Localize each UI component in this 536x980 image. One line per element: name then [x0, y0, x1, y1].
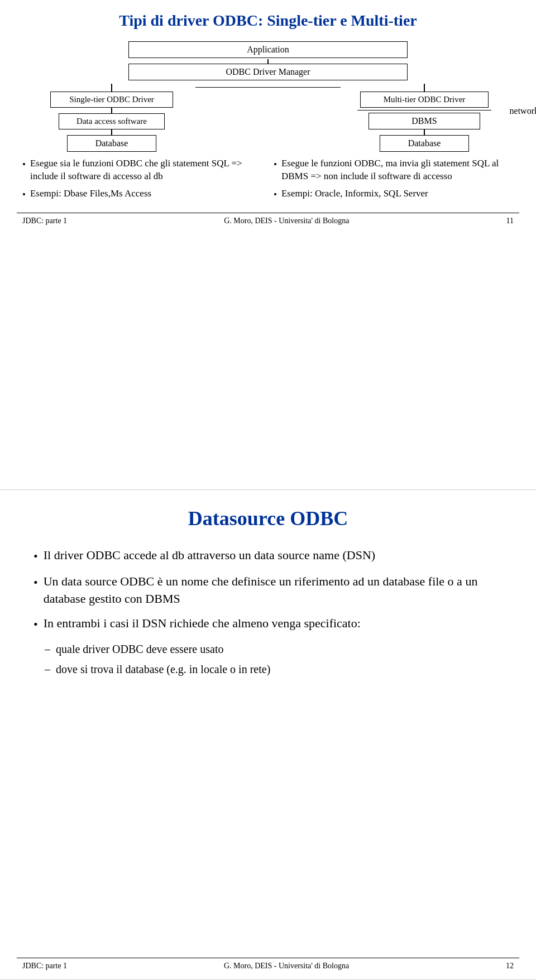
left-vert-line	[111, 84, 112, 92]
left-bullet-column: • Esegue sia le funzioni ODBC che gli st…	[22, 157, 262, 206]
footer-left-2: JDBC: parte 1	[22, 962, 67, 971]
multi-tier-box: Multi-tier ODBC Driver	[360, 92, 489, 108]
bullet-dot-3: •	[274, 158, 277, 183]
slide-2: Datasource ODBC • Il driver ODBC accede …	[0, 490, 536, 980]
right-vert-line	[424, 84, 425, 92]
slide1-bullet-content: • Esegue sia le funzioni ODBC che gli st…	[17, 157, 519, 206]
right-vert-line2	[424, 129, 425, 135]
slide1-title: Tipi di driver ODBC: Single-tier e Multi…	[17, 11, 519, 30]
footer-center-2: G. Moro, DEIS - Universita' di Bologna	[224, 962, 349, 971]
slide2-bullet-2: • Un data source ODBC è un nome che defi…	[34, 573, 502, 608]
left-vert-line2	[111, 108, 112, 113]
network-label: network	[510, 106, 536, 116]
bullet-dot-2: •	[22, 189, 26, 201]
left-bullet-2: • Esempi: Dbase Files,Ms Access	[22, 188, 262, 201]
dbms-box: DBMS	[368, 113, 480, 129]
right-bullet-1: • Esegue le funzioni ODBC, ma invia gli …	[274, 157, 514, 183]
bullet-dot-1: •	[22, 158, 26, 183]
sub-dash-1: –	[45, 641, 50, 657]
database-right-box: Database	[380, 135, 469, 152]
bullet-dot-large-2: •	[34, 574, 38, 608]
slide1-diagram: Application ODBC Driver Manager Single-t…	[17, 41, 519, 152]
slide1-footer: JDBC: parte 1 G. Moro, DEIS - Universita…	[17, 213, 519, 229]
slide2-content: • Il driver ODBC accede al db attraverso…	[17, 547, 519, 677]
footer-page-1: 11	[506, 217, 514, 225]
footer-page-2: 12	[506, 962, 514, 971]
sub-dash-2: –	[45, 661, 50, 677]
bullet-dot-4: •	[274, 189, 277, 201]
slide2-sub-bullet-2: – dove si trova il database (e.g. in loc…	[45, 661, 502, 677]
slide2-title: Datasource ODBC	[17, 507, 519, 530]
left-bullet-1: • Esegue sia le funzioni ODBC che gli st…	[22, 157, 262, 183]
footer-center-1: G. Moro, DEIS - Universita' di Bologna	[224, 217, 349, 225]
horiz-line-top	[195, 87, 341, 88]
connector-line-1	[267, 59, 269, 64]
right-bullet-column: • Esegue le funzioni ODBC, ma invia gli …	[274, 157, 514, 206]
single-tier-box: Single-tier ODBC Driver	[50, 92, 173, 108]
bullet-dot-large-1: •	[34, 548, 38, 565]
slide2-bullet-3: • In entrambi i casi il DSN richiede che…	[34, 615, 502, 633]
database-left-box: Database	[67, 135, 156, 152]
odbc-driver-manager-box: ODBC Driver Manager	[128, 64, 408, 80]
data-access-box: Data access software	[59, 113, 165, 129]
footer-left-1: JDBC: parte 1	[22, 217, 67, 225]
application-box: Application	[128, 41, 408, 58]
left-vert-line3	[111, 129, 112, 135]
slide2-bullet-1: • Il driver ODBC accede al db attraverso…	[34, 547, 502, 565]
slide-1: Tipi di driver ODBC: Single-tier e Multi…	[0, 0, 536, 490]
slide2-sub-bullet-1: – quale driver ODBC deve essere usato	[45, 641, 502, 657]
right-bullet-2: • Esempi: Oracle, Informix, SQL Server	[274, 188, 514, 201]
slide2-footer: JDBC: parte 1 G. Moro, DEIS - Universita…	[17, 958, 519, 974]
horiz-sep-line	[357, 110, 491, 111]
bullet-dot-large-3: •	[34, 616, 38, 633]
